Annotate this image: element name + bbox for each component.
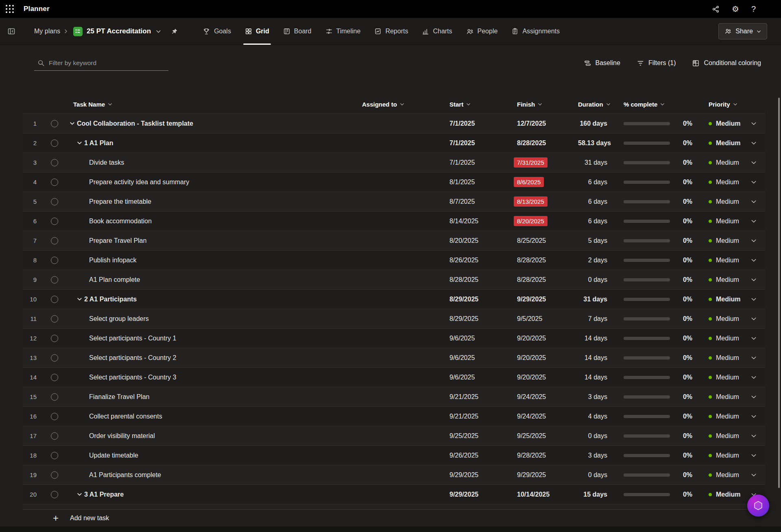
- finish-date[interactable]: 9/20/2025: [517, 354, 546, 361]
- task-name[interactable]: A1 Participants complete: [89, 471, 161, 479]
- priority-value[interactable]: Medium: [716, 237, 739, 244]
- row-chevron-icon[interactable]: [742, 297, 765, 302]
- table-row[interactable]: 3 Divide tasks 7/1/2025 7/31/2025 31 day…: [23, 153, 765, 172]
- row-chevron-icon[interactable]: [742, 394, 765, 400]
- finish-date[interactable]: 8/28/2025: [517, 140, 546, 146]
- start-date[interactable]: 9/6/2025: [449, 335, 517, 342]
- finish-date[interactable]: 9/20/2025: [517, 374, 546, 381]
- priority-value[interactable]: Medium: [716, 120, 740, 127]
- task-name[interactable]: Prepare Travel Plan: [89, 237, 146, 244]
- duration-value[interactable]: 0 days: [578, 432, 624, 440]
- duration-value[interactable]: 15 days: [578, 491, 624, 498]
- task-name[interactable]: Cool Collaboration - Tasklist template: [77, 120, 193, 127]
- priority-value[interactable]: Medium: [716, 452, 739, 459]
- start-date[interactable]: 7/1/2025: [449, 120, 517, 127]
- task-complete-circle[interactable]: [51, 296, 58, 303]
- help-icon[interactable]: ?: [751, 5, 756, 13]
- app-launcher-icon[interactable]: [6, 5, 14, 13]
- table-row[interactable]: 18 Update timetable 9/26/2025 9/28/2025 …: [23, 446, 765, 465]
- table-row[interactable]: 5 Prepare the timetable 8/7/2025 8/13/20…: [23, 192, 765, 211]
- task-name[interactable]: Select participants - Country 1: [89, 335, 176, 342]
- collapse-caret-icon[interactable]: [77, 297, 82, 302]
- start-date[interactable]: 8/20/2025: [449, 237, 517, 244]
- task-complete-circle[interactable]: [51, 452, 58, 459]
- tab-grid[interactable]: Grid: [238, 18, 276, 45]
- task-complete-circle[interactable]: [51, 432, 58, 440]
- task-name[interactable]: Select participants - Country 2: [89, 354, 176, 362]
- duration-value[interactable]: 0 days: [578, 471, 624, 479]
- finish-date[interactable]: 7/31/2025: [514, 157, 548, 168]
- start-date[interactable]: 9/26/2025: [449, 452, 517, 459]
- share-button[interactable]: Share: [718, 23, 767, 39]
- task-name[interactable]: Update timetable: [89, 452, 138, 459]
- start-date[interactable]: 7/1/2025: [449, 159, 517, 166]
- tab-reports[interactable]: Reports: [367, 18, 415, 45]
- task-complete-circle[interactable]: [51, 276, 58, 283]
- row-chevron-icon[interactable]: [742, 121, 765, 126]
- table-row[interactable]: 20 3 A1 Prepare 9/29/2025 10/14/2025 15 …: [23, 485, 765, 504]
- priority-value[interactable]: Medium: [716, 198, 739, 205]
- duration-value[interactable]: 0 days: [578, 276, 624, 283]
- task-name[interactable]: Divide tasks: [89, 159, 124, 166]
- column-header-task-name[interactable]: Task Name: [66, 101, 362, 108]
- task-complete-circle[interactable]: [51, 471, 58, 479]
- start-date[interactable]: 9/6/2025: [449, 354, 517, 362]
- finish-date[interactable]: 8/25/2025: [517, 237, 546, 244]
- task-name[interactable]: 1 A1 Plan: [84, 140, 113, 147]
- start-date[interactable]: 9/29/2025: [449, 491, 517, 498]
- duration-value[interactable]: 5 days: [578, 237, 624, 244]
- start-date[interactable]: 7/1/2025: [449, 140, 517, 147]
- start-date[interactable]: 9/21/2025: [449, 413, 517, 420]
- start-date[interactable]: 8/7/2025: [449, 198, 517, 205]
- start-date[interactable]: 8/1/2025: [449, 179, 517, 186]
- priority-value[interactable]: Medium: [716, 413, 739, 420]
- column-header-start[interactable]: Start: [449, 101, 517, 108]
- table-row[interactable]: 4 Prepare activity idea and summary 8/1/…: [23, 172, 765, 192]
- priority-value[interactable]: Medium: [716, 471, 739, 479]
- task-complete-circle[interactable]: [51, 198, 58, 205]
- table-row[interactable]: 12 Select participants - Country 1 9/6/2…: [23, 329, 765, 348]
- duration-value[interactable]: 3 days: [578, 393, 624, 401]
- task-name[interactable]: Collect parental consents: [89, 413, 162, 420]
- finish-date[interactable]: 8/28/2025: [517, 257, 546, 264]
- plan-chevron-down-icon[interactable]: [156, 29, 161, 34]
- task-complete-circle[interactable]: [51, 393, 58, 401]
- priority-value[interactable]: Medium: [716, 179, 739, 186]
- duration-value[interactable]: 160 days: [578, 120, 624, 127]
- duration-value[interactable]: 4 days: [578, 413, 624, 420]
- row-chevron-icon[interactable]: [742, 472, 765, 478]
- table-row[interactable]: 10 2 A1 Participants 8/29/2025 9/29/2025…: [23, 290, 765, 309]
- panel-toggle-icon[interactable]: [0, 27, 23, 35]
- tab-goals[interactable]: Goals: [196, 18, 238, 45]
- row-chevron-icon[interactable]: [742, 336, 765, 341]
- start-date[interactable]: 8/29/2025: [449, 315, 517, 323]
- task-name[interactable]: 2 A1 Participants: [84, 296, 137, 303]
- task-complete-circle[interactable]: [51, 140, 58, 147]
- row-chevron-icon[interactable]: [742, 414, 765, 419]
- task-complete-circle[interactable]: [51, 491, 58, 498]
- task-name[interactable]: Select group leaders: [89, 315, 149, 323]
- conditional-coloring-button[interactable]: Conditional coloring: [692, 59, 761, 67]
- duration-value[interactable]: 2 days: [578, 257, 624, 264]
- row-chevron-icon[interactable]: [742, 140, 765, 146]
- start-date[interactable]: 9/6/2025: [449, 374, 517, 381]
- duration-value[interactable]: 14 days: [578, 354, 624, 362]
- settings-gear-icon[interactable]: ⚙: [732, 5, 739, 13]
- task-complete-circle[interactable]: [51, 218, 58, 225]
- task-complete-circle[interactable]: [51, 354, 58, 362]
- priority-value[interactable]: Medium: [716, 140, 740, 147]
- filter-keyword-input[interactable]: [34, 56, 168, 71]
- task-complete-circle[interactable]: [51, 335, 58, 342]
- duration-value[interactable]: 3 days: [578, 452, 624, 459]
- column-header-priority[interactable]: Priority: [696, 101, 742, 108]
- task-name[interactable]: Order visibility material: [89, 432, 155, 440]
- finish-date[interactable]: 9/29/2025: [517, 296, 546, 303]
- finish-date[interactable]: 10/14/2025: [517, 491, 550, 498]
- table-row[interactable]: 2 1 A1 Plan 7/1/2025 8/28/2025 58.13 day…: [23, 133, 765, 153]
- finish-date[interactable]: 8/6/2025: [514, 177, 544, 187]
- task-complete-circle[interactable]: [51, 257, 58, 264]
- finish-date[interactable]: 9/20/2025: [517, 335, 546, 342]
- add-new-task-button[interactable]: + Add new task: [23, 509, 765, 526]
- task-name[interactable]: Prepare activity idea and summary: [89, 179, 189, 186]
- table-row[interactable]: 1 Cool Collaboration - Tasklist template…: [23, 114, 765, 133]
